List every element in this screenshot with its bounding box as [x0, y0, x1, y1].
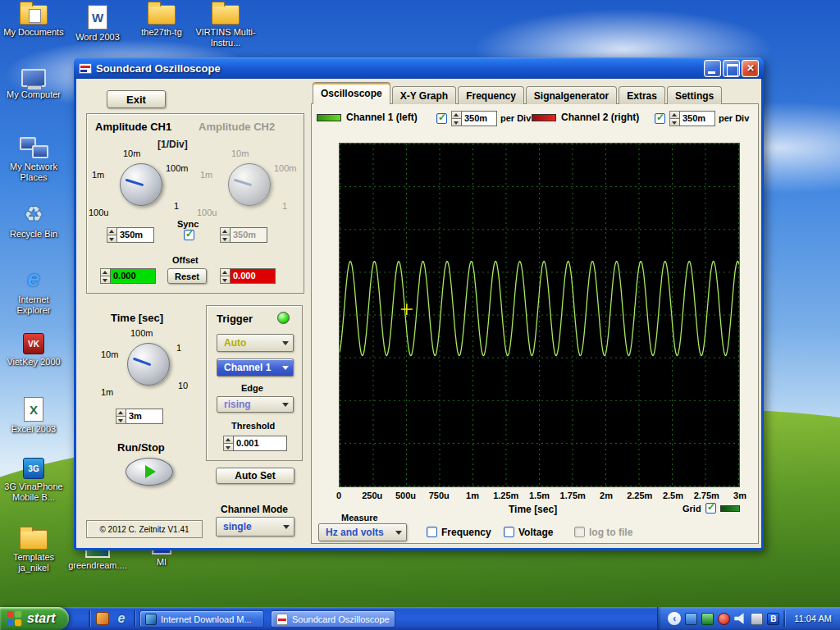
- run-stop-button[interactable]: [126, 458, 173, 486]
- trigger-mode-dropdown[interactable]: Auto: [217, 334, 294, 352]
- taskbar-task-idm[interactable]: Internet Download M...: [139, 610, 264, 628]
- spinner-arrows[interactable]: [100, 268, 110, 284]
- ch2-offset-spinner[interactable]: 0.000: [220, 268, 276, 284]
- recycle-bin-icon: [20, 202, 48, 226]
- desktop-icon-my-network-places[interactable]: My Network Places: [2, 135, 66, 183]
- maximize-button[interactable]: [723, 60, 740, 77]
- amplitude-ch1-knob[interactable]: 10m 1m 100m 100u 1: [87, 148, 194, 227]
- close-button[interactable]: [742, 60, 759, 77]
- measure-mode-dropdown[interactable]: Hz and volts: [318, 523, 407, 541]
- amplitude-ch2-spinner[interactable]: 350m: [220, 227, 267, 243]
- spinner-arrows[interactable]: [669, 111, 679, 126]
- knob-dial[interactable]: [228, 163, 271, 206]
- desktop-icon-my-documents[interactable]: My Documents: [2, 5, 66, 38]
- computer-icon: [21, 69, 46, 87]
- offset-label: Offset: [172, 255, 199, 265]
- trigger-led: [277, 312, 290, 324]
- desktop-icon-my-computer[interactable]: My Computer: [2, 69, 66, 100]
- desktop-icon-templates[interactable]: Templates ja_nikel: [2, 530, 66, 573]
- trigger-edge-dropdown[interactable]: rising: [217, 396, 294, 413]
- spinner-arrows[interactable]: [223, 436, 233, 451]
- spinner-arrows[interactable]: [220, 268, 230, 284]
- ch2-per-div-spinner[interactable]: 350m: [669, 111, 715, 126]
- desktop-icon-vietkey[interactable]: VietKey 2000: [2, 333, 66, 368]
- oscilloscope-tab-panel: Channel 1 (left) 350m per Div Channel 2 …: [311, 103, 759, 544]
- taskbar-task-oscilloscope[interactable]: Soundcard Oszilloscope: [271, 610, 395, 628]
- desktop-icon-excel-2003[interactable]: Excel 2003: [2, 397, 66, 435]
- frequency-checkbox[interactable]: [427, 527, 437, 537]
- time-spinner[interactable]: 3m: [116, 409, 163, 424]
- tab-extras[interactable]: Extras: [619, 86, 665, 104]
- measure-title: Measure: [341, 513, 378, 523]
- spinner-arrows[interactable]: [116, 409, 126, 424]
- exit-button[interactable]: Exit: [107, 90, 166, 108]
- tab-oscilloscope[interactable]: Oscilloscope: [313, 82, 390, 104]
- spinner-arrows[interactable]: [220, 227, 230, 243]
- tab-settings[interactable]: Settings: [667, 86, 722, 104]
- vietkey-icon: [23, 333, 44, 354]
- tab-signalgenerator[interactable]: Signalgenerator: [526, 86, 617, 104]
- trigger-source-dropdown[interactable]: Channel 1: [217, 358, 294, 377]
- taskbar-separator: [783, 610, 785, 627]
- desktop-icon-word-2003[interactable]: Word 2003: [66, 5, 130, 43]
- ch2-label: Channel 2 (right): [561, 112, 639, 123]
- network-tray-icon[interactable]: [685, 613, 697, 625]
- antivirus-tray-icon[interactable]: [718, 613, 730, 625]
- sync-checkbox[interactable]: [184, 230, 194, 240]
- desktop-icon-3g-vinaphone[interactable]: 3G VinaPhone Mobile B...: [2, 458, 66, 503]
- hide-icons-chevron[interactable]: [668, 612, 681, 625]
- desktop-icon-internet-explorer[interactable]: Internet Explorer: [2, 267, 66, 316]
- network-places-icon: [19, 135, 48, 159]
- download-manager-icon: [145, 614, 157, 625]
- knob-dial[interactable]: [120, 163, 162, 206]
- media-quicklaunch-icon[interactable]: [96, 612, 109, 625]
- updates-tray-icon[interactable]: [701, 613, 714, 625]
- folder-icon: [212, 5, 240, 25]
- minimize-button[interactable]: [704, 60, 721, 77]
- app-icon: [79, 63, 92, 74]
- desktop-icon-recycle-bin[interactable]: Recycle Bin: [2, 202, 66, 240]
- excel-document-icon: [24, 397, 43, 422]
- knob-dial[interactable]: [127, 343, 170, 386]
- threshold-label: Threshold: [231, 421, 275, 431]
- log-to-file-checkbox: [574, 527, 585, 537]
- auto-set-button[interactable]: Auto Set: [216, 468, 294, 484]
- volume-tray-icon[interactable]: [734, 613, 746, 625]
- internet-explorer-icon: [20, 267, 48, 292]
- amplitude-ch2-knob[interactable]: 10m 1m 100m 100u 1: [195, 148, 302, 227]
- voltage-checkbox[interactable]: [504, 527, 514, 537]
- word-document-icon: [88, 5, 107, 30]
- amplitude-ch1-spinner[interactable]: 350m: [107, 227, 154, 243]
- channel-mode-label: Channel Mode: [221, 504, 288, 515]
- internet-explorer-quicklaunch-icon[interactable]: e: [115, 612, 128, 625]
- window-titlebar[interactable]: Soundcard Oszilloscope: [74, 57, 764, 79]
- channel-mode-dropdown[interactable]: single: [216, 517, 294, 536]
- ch1-offset-spinner[interactable]: 0.000: [100, 268, 156, 284]
- ch1-per-div-spinner[interactable]: 350m: [451, 111, 497, 126]
- bluetooth-tray-icon[interactable]: [767, 613, 779, 625]
- desktop-icon-virtins[interactable]: VIRTINS Multi-Instru...: [194, 5, 258, 48]
- runstop-title: Run/Stop: [117, 441, 165, 454]
- taskbar-separator: [134, 610, 135, 627]
- threshold-spinner[interactable]: 0.001: [223, 436, 287, 451]
- grid-checkbox[interactable]: [705, 503, 716, 514]
- soundcard-oscilloscope-window: Soundcard Oszilloscope Exit Amplitude CH…: [74, 57, 764, 550]
- documents-folder-icon: [20, 5, 48, 25]
- spinner-arrows[interactable]: [451, 111, 461, 126]
- trigger-group: Trigger Auto Channel 1 Edge rising Thres…: [206, 305, 303, 461]
- time-knob[interactable]: 100m 10m 1 1m 10: [94, 328, 201, 407]
- oscilloscope-display[interactable]: [339, 143, 740, 487]
- tab-frequency[interactable]: Frequency: [458, 86, 524, 104]
- desktop-icon-the27th-tg[interactable]: the27th-tg: [130, 5, 194, 38]
- ch2-enable-checkbox[interactable]: [655, 113, 665, 124]
- ch1-label: Channel 1 (left): [346, 112, 418, 123]
- input-language-tray-icon[interactable]: [751, 613, 763, 625]
- tab-xy-graph[interactable]: X-Y Graph: [392, 86, 456, 104]
- spinner-arrows[interactable]: [107, 227, 116, 243]
- amplitude-group: Amplitude CH1 Amplitude CH2 [1/Div] 10m …: [86, 113, 304, 294]
- offset-reset-button[interactable]: Reset: [167, 268, 207, 284]
- window-title: Soundcard Oszilloscope: [96, 62, 221, 75]
- ch1-enable-checkbox[interactable]: [436, 113, 447, 124]
- taskbar-clock[interactable]: 11:04 AM: [794, 614, 832, 623]
- start-button[interactable]: start: [0, 607, 69, 630]
